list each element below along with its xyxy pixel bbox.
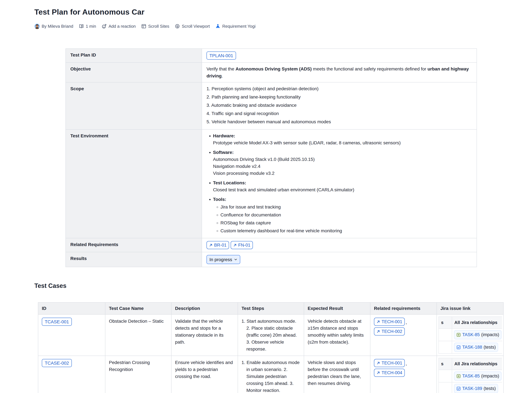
requirement-yogi-button[interactable]: Requirement Yogi: [215, 24, 255, 29]
scope-item: 5. Vehicle handover between manual and a…: [207, 118, 472, 125]
row-label-scope: Scope: [66, 82, 202, 129]
jira-issue-link-task-85[interactable]: TASK-85(impacts): [454, 330, 502, 339]
table-row: Scope 1. Perception systems (object and …: [66, 82, 477, 129]
scroll-sites-label: Scroll Sites: [148, 24, 169, 29]
add-reaction-label: Add a reaction: [109, 24, 136, 29]
table-row: Test Environment Hardware: Prototype veh…: [66, 129, 477, 238]
table-row: Test Plan ID TPLAN-001: [66, 49, 477, 63]
scope-item: 3. Automatic braking and obstacle avoida…: [207, 102, 472, 109]
objective-text: Verify that the: [207, 66, 235, 71]
row-label-test-plan-id: Test Plan ID: [66, 49, 202, 63]
jira-subtable-cell: TASK-85(impacts): [452, 329, 502, 341]
external-link-icon: [376, 371, 380, 375]
avatar: [34, 24, 40, 29]
objective-text: meets the functional and safety requirem…: [312, 66, 428, 71]
jira-key: TASK-85: [462, 373, 480, 379]
row-label-objective: Objective: [66, 63, 202, 82]
row-value-related-requirements: BR-01 FN-01: [202, 238, 477, 252]
column-header-jira: Jira issue link: [437, 302, 503, 314]
jira-key: TASK-188: [462, 344, 482, 351]
requirement-key: FN-01: [238, 242, 250, 249]
jira-relationships-panel: sAll Jira relationships TASK-85(impacts)…: [438, 358, 502, 393]
test-cases-heading: Test Cases: [34, 282, 532, 289]
requirement-link-br-01[interactable]: BR-01: [207, 241, 229, 249]
cell-requirements: TECH-001 , TECH-002: [370, 314, 437, 356]
scope-item: 2. Path planning and lane-keeping functi…: [207, 93, 472, 100]
env-line: Prototype vehicle Model AX-3 with sensor…: [213, 139, 472, 146]
tcase-002-chip[interactable]: TCASE-002: [42, 359, 72, 367]
env-group-hardware: Hardware: Prototype vehicle Model AX-3 w…: [213, 132, 472, 146]
tplan-001-chip[interactable]: TPLAN-001: [207, 52, 236, 60]
env-line: Navigation module v2.4: [213, 163, 472, 170]
jira-issue-link-task-189[interactable]: TASK-189(tests): [454, 384, 498, 393]
jira-subtable-cell: TASK-188(tests): [452, 341, 502, 354]
jira-subtable-empty-cell: [439, 341, 452, 354]
scope-item: 4. Traffic sign and signal recognition: [207, 110, 472, 117]
jira-subtable-col1-truncated: s: [439, 317, 452, 329]
column-header-requirements: Related requirements: [370, 302, 437, 314]
jira-relation: (impacts): [481, 331, 499, 338]
add-reaction-button[interactable]: Add a reaction: [102, 24, 136, 29]
env-group-software: Software: Autonomous Driving Stack v1.0 …: [213, 149, 472, 177]
external-link-icon: [376, 330, 380, 333]
separator: ,: [406, 319, 407, 326]
column-header-description: Description: [171, 302, 238, 314]
row-label-related-requirements: Related Requirements: [66, 238, 202, 252]
requirement-link-tech-001[interactable]: TECH-001: [374, 359, 405, 367]
env-label: Hardware:: [213, 133, 235, 138]
row-value-environment: Hardware: Prototype vehicle Model AX-3 w…: [202, 129, 477, 238]
row-value-objective: Verify that the Autonomous Driving Syste…: [202, 63, 477, 82]
env-label: Tools:: [213, 197, 226, 202]
author-name: By Mileva Briand: [42, 24, 73, 29]
row-label-results: Results: [66, 252, 202, 267]
requirement-yogi-label: Requirement Yogi: [222, 24, 255, 29]
check-square-icon: [456, 386, 461, 391]
requirement-key: TECH-002: [382, 328, 402, 335]
requirement-yogi-icon: [215, 24, 220, 29]
author-link[interactable]: By Mileva Briand: [34, 24, 73, 29]
requirement-link-tech-004[interactable]: TECH-004: [374, 369, 405, 377]
jira-issue-link-task-85[interactable]: TASK-85(impacts): [454, 371, 502, 381]
requirement-key: BR-01: [214, 242, 227, 249]
requirement-link-tech-002[interactable]: TECH-002: [374, 327, 405, 335]
cell-steps: 1. Start autonomous mode. 2. Place stati…: [238, 314, 304, 356]
plus-square-icon: [456, 374, 461, 378]
scroll-sites-button[interactable]: Scroll Sites: [141, 24, 169, 29]
env-line: Autonomous Driving Stack v1.0 (Build 202…: [213, 156, 472, 163]
objective-bold: Autonomous Driving System (ADS): [235, 66, 312, 71]
cell-id: TCASE-002: [38, 356, 105, 393]
jira-issue-link-task-188[interactable]: TASK-188(tests): [454, 343, 498, 352]
external-link-icon: [376, 320, 380, 324]
test-cases-table: ID Test Case Name Description Test Steps…: [38, 302, 504, 393]
tool-item: Custom telemetry dashboard for real-time…: [220, 227, 472, 234]
cell-name: Obstacle Detection – Static: [105, 314, 171, 356]
cell-expected: Vehicle detects obstacle at ≥15m distanc…: [304, 314, 370, 356]
scroll-sites-icon: [141, 24, 146, 29]
jira-subtable-cell: TASK-189(tests): [452, 382, 502, 393]
cell-expected: Vehicle slows and stops before the cross…: [304, 356, 370, 393]
requirement-link-fn-01[interactable]: FN-01: [231, 241, 253, 249]
requirement-key: TECH-001: [382, 318, 402, 325]
env-label: Test Locations:: [213, 180, 246, 185]
cell-jira: sAll Jira relationships TASK-85(impacts)…: [437, 356, 503, 393]
requirement-link-tech-001[interactable]: TECH-001: [374, 318, 405, 326]
jira-relation: (tests): [484, 344, 496, 351]
table-header-row: ID Test Case Name Description Test Steps…: [38, 302, 503, 314]
requirement-key: TECH-001: [382, 360, 402, 367]
table-row-tcase-001: TCASE-001 Obstacle Detection – Static Va…: [38, 314, 503, 356]
tool-item: Confluence for documentation: [220, 211, 472, 218]
external-link-icon: [233, 243, 237, 247]
read-time: 1 min: [79, 24, 96, 29]
column-header-name: Test Case Name: [105, 302, 171, 314]
env-group-tools: Tools: Jira for issue and test tracking …: [213, 196, 472, 234]
tcase-001-chip[interactable]: TCASE-001: [42, 318, 72, 326]
results-status-dropdown[interactable]: In progress: [207, 255, 240, 264]
objective-text: .: [222, 73, 223, 79]
book-icon: [79, 24, 84, 29]
cell-id: TCASE-001: [38, 314, 105, 356]
scroll-viewport-button[interactable]: Scroll Viewport: [175, 24, 210, 29]
env-line: Vision processing module v3.2: [213, 170, 472, 177]
jira-key: TASK-189: [462, 385, 482, 392]
cell-steps: 1. Enable autonomous mode in urban scena…: [238, 356, 304, 393]
table-row-tcase-002: TCASE-002 Pedestrian Crossing Recognitio…: [38, 356, 503, 393]
